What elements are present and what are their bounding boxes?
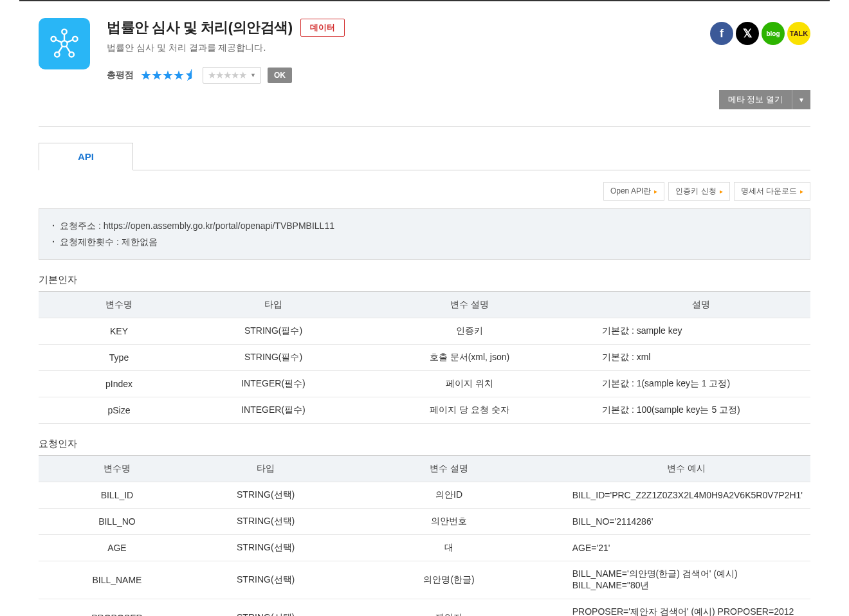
link-label: Open API란 (610, 186, 651, 197)
tab-api[interactable]: API (39, 143, 133, 170)
table-cell: pIndex (39, 371, 199, 397)
table-row: PROPOSERSTRING(선택)제안자PROPOSER='제안자 검색어' … (39, 599, 810, 616)
table-cell: 기본값 : 100(sample key는 5 고정) (592, 397, 810, 424)
table-cell: 페이지 위치 (347, 371, 592, 397)
table-cell: 의안명(한글) (336, 561, 561, 599)
rating-label: 총평점 (107, 69, 134, 81)
svg-point-0 (61, 41, 67, 46)
table-cell: 제안자 (336, 599, 561, 616)
table-cell: STRING(선택) (196, 599, 336, 616)
arrow-right-icon: ▸ (800, 188, 803, 195)
rating-input-stars: ★★★★★ (208, 69, 246, 81)
auth-key-link[interactable]: 인증키 신청 ▸ (668, 182, 729, 201)
ok-button[interactable]: OK (268, 68, 292, 83)
app-icon (39, 18, 90, 69)
table-cell: 기본값 : sample key (592, 318, 810, 345)
basic-params-table: 변수명타입변수 설명설명 KEYSTRING(필수)인증키기본값 : sampl… (39, 291, 810, 424)
basic-params-title: 기본인자 (39, 274, 810, 286)
table-cell: STRING(선택) (196, 535, 336, 561)
svg-line-8 (67, 39, 73, 42)
table-cell: 호출 문서(xml, json) (347, 345, 592, 371)
meta-info-button[interactable]: 메타 정보 열기 (719, 90, 792, 109)
open-api-help-link[interactable]: Open API란 ▸ (603, 182, 664, 201)
rating-stars: ★★★★⯨ (140, 68, 196, 83)
svg-point-3 (73, 37, 77, 41)
page-subtitle: 법률안 심사 및 처리 결과를 제공합니다. (107, 42, 710, 54)
facebook-icon[interactable]: f (710, 22, 733, 45)
table-cell: 인증키 (347, 318, 592, 345)
table-cell: 의안번호 (336, 509, 561, 535)
table-row: pIndexINTEGER(필수)페이지 위치기본값 : 1(sample ke… (39, 371, 810, 397)
arrow-right-icon: ▸ (654, 188, 657, 195)
table-cell: PROPOSER='제안자 검색어' (예시) PROPOSER=2012년 (562, 599, 810, 616)
link-label: 명세서 다운로드 (741, 186, 797, 197)
table-cell: BILL_NAME (39, 561, 196, 599)
table-cell: BILL_NO (39, 509, 196, 535)
table-cell: pSize (39, 397, 199, 424)
x-twitter-icon[interactable]: 𝕏 (736, 22, 759, 45)
table-header: 타입 (199, 292, 347, 318)
table-cell: BILL_NAME='의안명(한글) 검색어' (예시) BILL_NAME="… (562, 561, 810, 599)
table-header: 타입 (196, 456, 336, 482)
table-cell: AGE='21' (562, 535, 810, 561)
table-cell: STRING(필수) (199, 345, 347, 371)
table-row: pSizeINTEGER(필수)페이지 당 요청 숫자기본값 : 100(sam… (39, 397, 810, 424)
naver-blog-icon[interactable]: blog (762, 22, 785, 45)
table-cell: 페이지 당 요청 숫자 (347, 397, 592, 424)
table-cell: STRING(선택) (196, 482, 336, 509)
svg-line-10 (66, 46, 71, 53)
request-params-table: 변수명타입변수 설명변수 예시 BILL_IDSTRING(선택)의안IDBIL… (39, 455, 810, 616)
request-limit-line: 요청제한횟수 : 제한없음 (51, 234, 798, 250)
table-cell: AGE (39, 535, 196, 561)
arrow-right-icon: ▸ (720, 188, 723, 195)
table-cell: INTEGER(필수) (199, 397, 347, 424)
table-cell: BILL_ID='PRC_Z2Z1Z0Z3X2L4M0H9A2V6K5R0V7P… (562, 482, 810, 509)
caret-down-icon: ▼ (250, 72, 256, 78)
spec-download-link[interactable]: 명세서 다운로드 ▸ (734, 182, 810, 201)
page-title: 법률안 심사 및 처리(의안검색) (107, 18, 293, 37)
table-header: 변수 설명 (336, 456, 561, 482)
request-url-line: 요청주소 : https://open.assembly.go.kr/porta… (51, 218, 798, 234)
table-header: 변수 예시 (562, 456, 810, 482)
table-cell: 대 (336, 535, 561, 561)
table-cell: KEY (39, 318, 199, 345)
request-params-title: 요청인자 (39, 438, 810, 450)
svg-point-1 (62, 30, 66, 34)
meta-info-caret[interactable]: ▼ (792, 90, 810, 109)
table-row: BILL_NAMESTRING(선택)의안명(한글)BILL_NAME='의안명… (39, 561, 810, 599)
table-header: 설명 (592, 292, 810, 318)
svg-line-9 (59, 46, 63, 53)
kakaotalk-icon[interactable]: TALK (787, 22, 810, 45)
table-header: 변수명 (39, 456, 196, 482)
request-info-box: 요청주소 : https://open.assembly.go.kr/porta… (39, 208, 810, 260)
rating-select[interactable]: ★★★★★ ▼ (203, 67, 261, 84)
table-cell: STRING(필수) (199, 318, 347, 345)
table-cell: BILL_ID (39, 482, 196, 509)
svg-line-7 (55, 39, 62, 42)
table-cell: Type (39, 345, 199, 371)
table-header: 변수 설명 (347, 292, 592, 318)
table-cell: INTEGER(필수) (199, 371, 347, 397)
table-cell: STRING(선택) (196, 561, 336, 599)
table-row: AGESTRING(선택)대AGE='21' (39, 535, 810, 561)
table-cell: STRING(선택) (196, 509, 336, 535)
data-badge: 데이터 (300, 19, 345, 37)
link-label: 인증키 신청 (675, 186, 716, 197)
table-row: BILL_NOSTRING(선택)의안번호BILL_NO='2114286' (39, 509, 810, 535)
table-row: TypeSTRING(필수)호출 문서(xml, json)기본값 : xml (39, 345, 810, 371)
table-cell: 기본값 : 1(sample key는 1 고정) (592, 371, 810, 397)
table-row: KEYSTRING(필수)인증키기본값 : sample key (39, 318, 810, 345)
table-cell: PROPOSER (39, 599, 196, 616)
table-header: 변수명 (39, 292, 199, 318)
table-cell: BILL_NO='2114286' (562, 509, 810, 535)
table-row: BILL_IDSTRING(선택)의안IDBILL_ID='PRC_Z2Z1Z0… (39, 482, 810, 509)
svg-point-2 (51, 37, 55, 41)
table-cell: 의안ID (336, 482, 561, 509)
table-cell: 기본값 : xml (592, 345, 810, 371)
